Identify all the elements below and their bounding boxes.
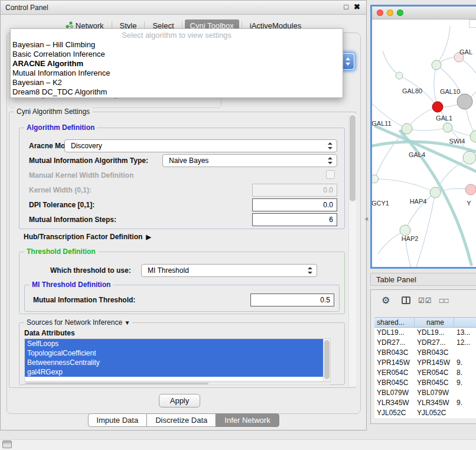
table-cell: 13... <box>454 328 476 338</box>
close-icon[interactable]: ✖ <box>354 2 360 11</box>
mi-steps-field[interactable]: 6 <box>252 213 337 226</box>
network-node[interactable] <box>372 175 379 183</box>
sources-toggle[interactable]: Sources for Network Inference ▼ <box>24 318 132 327</box>
node-label-gal10: GAL10 <box>440 88 460 95</box>
network-node[interactable] <box>432 102 443 112</box>
kernel-width-field: 0.0 <box>252 184 337 197</box>
table-cell <box>454 408 476 418</box>
mi-threshold-field[interactable]: 0.5 <box>250 294 334 306</box>
select-all-columns-icon[interactable]: ☑☑ <box>418 296 432 305</box>
hub-definition-toggle[interactable]: Hub/Transcription Factor Definition▶ <box>24 233 151 241</box>
algorithm-option-bayesian-hill-climbing[interactable]: Bayesian – Hill Climbing <box>11 40 343 50</box>
node-label-hap4: HAP4 <box>410 198 427 205</box>
table-row[interactable]: YBR045CYBR045C9. <box>374 378 476 388</box>
algorithm-dropdown-popup: Select algorithm to view settings Bayesi… <box>10 28 343 98</box>
network-node[interactable] <box>430 187 441 198</box>
manual-kernel-label: Manual Kernel Width Definition <box>29 171 133 180</box>
collapsed-arrow-icon: ▶ <box>146 233 151 240</box>
table-cell: 12... <box>454 338 476 348</box>
node-label-gal: GAL <box>459 48 472 56</box>
float-window-icon[interactable]: □ <box>344 2 348 11</box>
table-row[interactable]: YER054CYER054C8. <box>374 368 476 378</box>
column-header-shared-[interactable]: shared... <box>374 318 415 327</box>
table-cell: YDL19... <box>415 328 454 338</box>
attribute-item-topologicalcoefficient[interactable]: TopologicalCoefficient <box>25 348 323 358</box>
table-row[interactable]: YDL19...YDL19...13... <box>374 328 476 338</box>
network-node[interactable] <box>465 184 476 195</box>
list-vertical-scrollbar[interactable] <box>323 339 330 381</box>
list-horizontal-scrollbar[interactable] <box>24 382 331 385</box>
threshold-definition-group: Threshold Definition Which threshold to … <box>19 252 345 314</box>
window-close-button[interactable] <box>377 9 383 16</box>
column-header-col3[interactable] <box>454 318 476 327</box>
table-panel-header[interactable]: Table Panel <box>370 273 476 286</box>
splitter-collapse-icon[interactable]: ◀ <box>364 216 368 221</box>
node-label-y: Y <box>467 200 471 207</box>
window-zoom-button[interactable] <box>397 9 403 16</box>
mi-threshold-group: MI Threshold Definition Mutual Informati… <box>24 285 340 312</box>
dpi-tolerance-field[interactable]: 0.0 <box>252 198 337 211</box>
network-node[interactable] <box>396 72 403 79</box>
apply-button[interactable]: Apply <box>159 394 200 407</box>
mi-threshold-group-title: MI Threshold Definition <box>30 281 113 289</box>
attribute-item-selfloops[interactable]: SelfLoops <box>25 339 323 348</box>
algorithm-option-aracne-algorithm[interactable]: ARACNE Algorithm <box>11 59 343 69</box>
attribute-item-betweennesscentrality[interactable]: BetweennessCentrality <box>25 358 323 367</box>
table-row[interactable]: YBR043CYBR043C <box>374 348 476 358</box>
column-header-name[interactable]: name <box>415 318 454 327</box>
settings-scrollbar-thumb[interactable] <box>350 115 356 201</box>
control-panel-titlebar[interactable]: Control Panel □ ✖ <box>1 1 366 15</box>
network-node[interactable] <box>470 131 476 142</box>
table-cell: 8. <box>454 368 476 378</box>
threshold-definition-title: Threshold Definition <box>24 247 98 256</box>
algorithm-option-bayesian-k2[interactable]: Bayesian – K2 <box>11 78 343 87</box>
window-minimize-button[interactable] <box>387 9 393 16</box>
network-node[interactable] <box>443 123 452 132</box>
network-view-window: GALGAL80GAL10GAL11GAL1SWI4GAL4GCY1HAP4YH… <box>370 5 476 269</box>
mi-threshold-label: Mutual Information Threshold: <box>33 296 135 305</box>
list-scrollbar-thumb[interactable] <box>324 340 330 379</box>
table-cell: YPR145W <box>415 358 454 368</box>
which-threshold-combo[interactable]: MI Threshold <box>141 264 317 277</box>
table-cell: YER054C <box>415 368 454 378</box>
settings-vertical-scrollbar[interactable] <box>348 114 356 386</box>
bottom-tab-discretize-data[interactable]: Discretize Data <box>146 413 216 427</box>
table-row[interactable]: YDR27...YDR27...12... <box>374 338 476 348</box>
network-node[interactable] <box>402 123 412 134</box>
network-node[interactable] <box>457 94 472 109</box>
table-cell <box>454 388 476 398</box>
table-row[interactable]: YJL052CYJL052C <box>374 408 476 418</box>
columns-icon[interactable] <box>402 296 410 304</box>
table-row[interactable]: YLR345WYLR345W9. <box>374 398 476 408</box>
node-label-gal4: GAL4 <box>409 151 425 158</box>
mi-type-label: Mutual Information Algorithm Type: <box>29 156 148 165</box>
network-node[interactable] <box>400 225 410 236</box>
hscrollbar-thumb[interactable] <box>25 383 208 384</box>
table-row[interactable]: YPR145WYPR145W9. <box>374 358 476 368</box>
network-scrollbar-corner <box>469 19 476 28</box>
algorithm-option-mutual-information-inference[interactable]: Mutual Information Inference <box>11 69 343 78</box>
gear-icon[interactable]: ⚙ <box>382 295 390 306</box>
table-cell: YLR345W <box>374 398 415 408</box>
bottom-tab-infer-network[interactable]: Infer Network <box>216 413 279 427</box>
table-row[interactable]: YBL079WYBL079W <box>374 388 476 398</box>
network-canvas[interactable]: GALGAL80GAL10GAL11GAL1SWI4GAL4GCY1HAP4YH… <box>372 19 476 267</box>
network-window-titlebar[interactable] <box>372 6 476 19</box>
algorithm-definition-title: Algorithm Definition <box>24 123 97 132</box>
cyni-algorithm-settings-group: Cyni Algorithm Settings Algorithm Defini… <box>9 112 356 388</box>
node-table: shared...name YDL19...YDL19...13...YDR27… <box>374 317 476 418</box>
algorithm-option-dream8-dc-tdc-algorithm[interactable]: Dream8 DC_TDC Algorithm <box>11 87 343 97</box>
network-node[interactable] <box>463 151 476 164</box>
deselect-all-columns-icon[interactable]: □□ <box>439 296 449 305</box>
mi-type-combo[interactable]: Naive Bayes <box>162 154 337 167</box>
aracne-mode-combo[interactable]: Discovery <box>64 139 337 152</box>
network-node[interactable] <box>432 60 441 70</box>
minimized-window-icon[interactable] <box>2 441 12 448</box>
algorithm-option-basic-correlation-inference[interactable]: Basic Correlation Inference <box>11 50 343 59</box>
table-cell: YDL19... <box>374 328 415 338</box>
bottom-tab-impute-data[interactable]: Impute Data <box>87 413 147 427</box>
attribute-item-gal4rgexp[interactable]: gal4RGexp <box>25 367 323 377</box>
table-cell: YLR345W <box>415 398 454 408</box>
table-panel-window: ⚙ ☑☑ □□ shared...name YDL19...YDL19...13… <box>370 289 476 424</box>
table-cell: YPR145W <box>374 358 415 368</box>
